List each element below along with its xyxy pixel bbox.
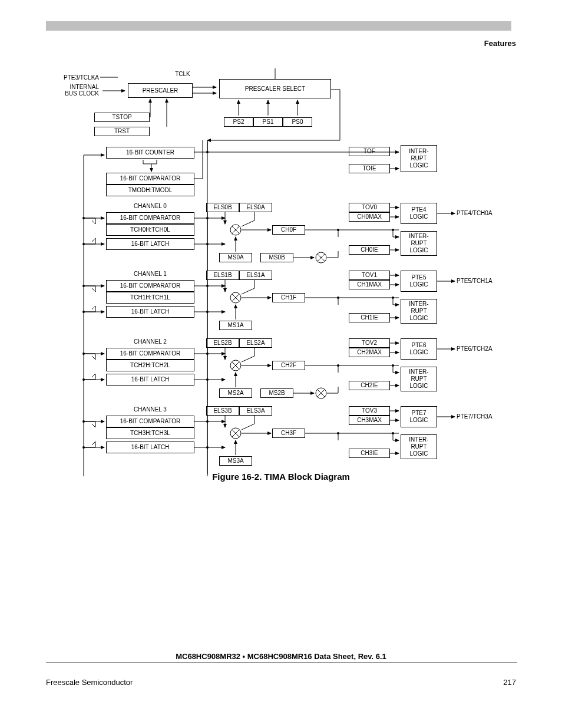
- svg-point-55: [82, 285, 85, 287]
- page-number: 217: [503, 678, 516, 687]
- channel-block: CHANNEL 0 16-BIT COMPARATOR TCH0H:TCH0L …: [48, 203, 514, 271]
- footer-title: MC68HC908MR32 • MC68HC908MR16 Data Sheet…: [0, 652, 562, 661]
- svg-point-23: [82, 243, 85, 245]
- svg-point-56: [82, 311, 85, 313]
- svg-point-83: [82, 378, 85, 381]
- svg-point-44: [392, 229, 394, 231]
- footer-line: [46, 663, 517, 663]
- channel-block: CHANNEL 1 16-BIT COMPARATOR TCH1H:TCH1L …: [48, 271, 514, 338]
- svg-point-104: [392, 364, 394, 367]
- svg-line-94: [242, 356, 254, 362]
- channel-lines: [48, 338, 514, 406]
- svg-point-82: [82, 353, 85, 355]
- svg-point-115: [82, 420, 85, 423]
- channel-lines: [48, 406, 514, 474]
- svg-point-77: [392, 297, 394, 299]
- channel-lines: [48, 271, 514, 338]
- channel-block: CHANNEL 3 16-BIT COMPARATOR TCH3H:TCH3L …: [48, 406, 514, 474]
- figure-caption: Figure 16-2. TIMA Block Diagram: [0, 472, 562, 482]
- block-diagram: TCLK PTE3/TCLKA INTERNAL BUS CLOCK PRESC…: [48, 64, 514, 476]
- top-lines: [48, 64, 514, 205]
- footer-left: Freescale Semiconductor: [46, 678, 133, 687]
- channel-lines: [48, 203, 514, 271]
- svg-point-137: [392, 432, 394, 434]
- svg-point-22: [82, 217, 85, 219]
- section-header: Features: [484, 39, 516, 48]
- svg-point-116: [82, 446, 85, 449]
- header-bar: [46, 21, 511, 31]
- svg-line-127: [242, 424, 254, 430]
- svg-line-67: [242, 288, 254, 294]
- svg-line-34: [242, 220, 254, 226]
- channel-block: CHANNEL 2 16-BIT COMPARATOR TCH2H:TCH2L …: [48, 338, 514, 406]
